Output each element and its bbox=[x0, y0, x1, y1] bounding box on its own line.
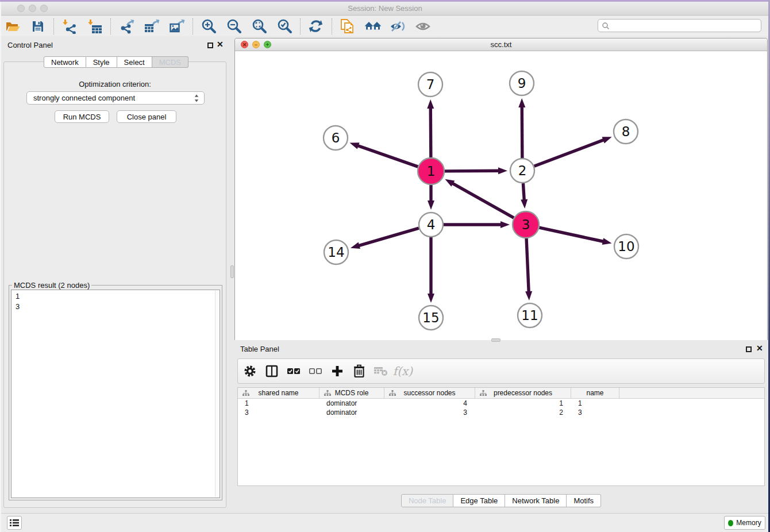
split-column-icon[interactable] bbox=[263, 363, 280, 380]
edge-2-3[interactable] bbox=[523, 183, 524, 201]
graph-node-9[interactable]: 9 bbox=[510, 71, 534, 95]
table-float-icon[interactable] bbox=[746, 346, 752, 352]
svg-text:8: 8 bbox=[622, 124, 630, 139]
table-cell[interactable]: 1 bbox=[475, 399, 571, 408]
edge-3-1[interactable] bbox=[452, 183, 514, 218]
zoom-fit-icon[interactable] bbox=[251, 18, 268, 35]
toolbar-separator bbox=[110, 18, 111, 34]
table-close-icon[interactable]: ✕ bbox=[756, 344, 763, 353]
edge-3-10[interactable] bbox=[539, 228, 603, 241]
close-panel-icon[interactable]: ✕ bbox=[217, 40, 224, 49]
table-row[interactable]: 3dominator323 bbox=[238, 408, 764, 417]
table-cell[interactable]: 1 bbox=[571, 399, 619, 408]
edge-2-8[interactable] bbox=[534, 140, 605, 166]
network-window-title: scc.txt bbox=[235, 40, 767, 49]
memory-status-icon bbox=[728, 520, 733, 526]
select-all-icon[interactable] bbox=[285, 363, 302, 380]
settings-gear-icon[interactable] bbox=[241, 363, 259, 380]
column-header-name[interactable]: name bbox=[571, 388, 619, 398]
vertical-split-handle[interactable] bbox=[230, 265, 234, 278]
graph-node-7[interactable]: 7 bbox=[418, 72, 442, 97]
edge-3-11[interactable] bbox=[526, 238, 529, 292]
home-network-icon[interactable] bbox=[364, 18, 382, 35]
graph-node-1[interactable]: 1 bbox=[418, 158, 444, 184]
mcds-result-text[interactable]: 1 3 bbox=[11, 290, 220, 498]
show-all-icon[interactable] bbox=[415, 18, 432, 35]
graph-node-4[interactable]: 4 bbox=[419, 213, 443, 237]
column-header-successor-nodes[interactable]: successor nodes bbox=[384, 388, 475, 398]
table-cell[interactable]: dominator bbox=[319, 408, 384, 417]
table-row[interactable]: 1dominator411 bbox=[238, 399, 764, 408]
save-session-icon[interactable] bbox=[29, 18, 47, 35]
criterion-dropdown[interactable]: strongly connected component bbox=[26, 91, 205, 105]
table-cell[interactable]: 2 bbox=[475, 408, 571, 417]
table-tabs: Node TableEdge TableNetwork TableMotifs bbox=[232, 494, 770, 507]
graph-node-2[interactable]: 2 bbox=[510, 159, 534, 183]
mcds-result-scrollbar[interactable] bbox=[215, 291, 219, 497]
close-panel-button[interactable]: Close panel bbox=[117, 110, 176, 123]
clone-network-icon[interactable] bbox=[339, 18, 356, 35]
graph-node-15[interactable]: 15 bbox=[419, 306, 443, 330]
tab-node-table[interactable]: Node Table bbox=[401, 494, 454, 507]
tab-motifs[interactable]: Motifs bbox=[567, 494, 601, 507]
table-cell[interactable]: 3 bbox=[384, 408, 475, 417]
table-cell[interactable]: dominator bbox=[319, 399, 384, 408]
edge-2-9[interactable] bbox=[522, 106, 522, 158]
control-panel: Control Panel ✕ Optimization criterion: … bbox=[0, 36, 230, 513]
toolbar-separator bbox=[192, 18, 193, 34]
graph-node-11[interactable]: 11 bbox=[518, 303, 542, 327]
criterion-value: strongly connected component bbox=[33, 94, 135, 102]
float-panel-icon[interactable] bbox=[207, 43, 213, 48]
search-input[interactable] bbox=[598, 19, 761, 32]
tab-edge-table[interactable]: Edge Table bbox=[453, 494, 505, 507]
network-canvas[interactable]: 7968124314101511 bbox=[235, 51, 767, 340]
graph-node-14[interactable]: 14 bbox=[324, 240, 348, 264]
edge-1-7[interactable] bbox=[430, 107, 431, 157]
graph-node-6[interactable]: 6 bbox=[324, 126, 348, 150]
table-cell[interactable]: 4 bbox=[384, 399, 475, 408]
edge-1-2[interactable] bbox=[445, 171, 499, 171]
control-panel-title: Control Panel bbox=[7, 41, 53, 49]
edge-1-6[interactable] bbox=[357, 145, 418, 167]
table-cell[interactable]: 3 bbox=[571, 408, 619, 417]
titlebar[interactable]: Session: New Session bbox=[0, 2, 770, 16]
graph-node-3[interactable]: 3 bbox=[513, 211, 539, 238]
refresh-layout-icon[interactable] bbox=[307, 18, 325, 35]
arrowhead-2-8 bbox=[602, 137, 612, 143]
zoom-out-icon[interactable] bbox=[225, 18, 242, 35]
delete-row-icon[interactable] bbox=[351, 363, 368, 380]
export-image-icon[interactable] bbox=[168, 18, 186, 35]
export-table-icon[interactable] bbox=[143, 18, 160, 35]
run-mcds-button[interactable]: Run MCDS bbox=[55, 110, 109, 123]
column-header-predecessor-nodes[interactable]: predecessor nodes bbox=[475, 388, 571, 398]
edge-4-14[interactable] bbox=[358, 228, 418, 246]
tab-network[interactable]: Network bbox=[44, 56, 86, 68]
memory-button[interactable]: Memory bbox=[724, 516, 765, 530]
table-panel: Table Panel ✕ f(x) shared nameMCDS roles… bbox=[232, 342, 770, 511]
toolbar-separator bbox=[53, 18, 54, 34]
deselect-all-icon[interactable] bbox=[307, 363, 324, 380]
export-network-icon[interactable] bbox=[118, 18, 135, 35]
import-table-icon[interactable] bbox=[86, 18, 103, 35]
open-folder-icon[interactable] bbox=[4, 18, 21, 35]
tab-network-table[interactable]: Network Table bbox=[505, 494, 567, 507]
graph-node-10[interactable]: 10 bbox=[614, 234, 638, 259]
hide-selected-icon[interactable] bbox=[390, 18, 407, 35]
network-window-titlebar[interactable]: ✕ − + scc.txt bbox=[235, 38, 767, 51]
import-network-icon[interactable] bbox=[61, 18, 78, 35]
arrowhead-3-10 bbox=[602, 238, 612, 245]
zoom-selected-icon[interactable] bbox=[276, 18, 293, 35]
horizontal-split-handle[interactable] bbox=[491, 338, 500, 342]
column-header-MCDS-role[interactable]: MCDS role bbox=[319, 388, 384, 398]
table-cell[interactable]: 1 bbox=[238, 399, 319, 408]
add-row-icon[interactable] bbox=[329, 363, 346, 380]
tab-style[interactable]: Style bbox=[86, 56, 117, 68]
column-header-shared-name[interactable]: shared name bbox=[238, 388, 319, 398]
table-cell[interactable]: 3 bbox=[238, 408, 319, 417]
tab-select[interactable]: Select bbox=[117, 56, 152, 68]
graph-node-8[interactable]: 8 bbox=[614, 119, 638, 144]
arrowhead-2-3 bbox=[521, 199, 528, 209]
task-history-button[interactable] bbox=[7, 516, 22, 530]
tab-mcds[interactable]: MCDS bbox=[152, 56, 188, 68]
zoom-in-icon[interactable] bbox=[200, 18, 217, 35]
